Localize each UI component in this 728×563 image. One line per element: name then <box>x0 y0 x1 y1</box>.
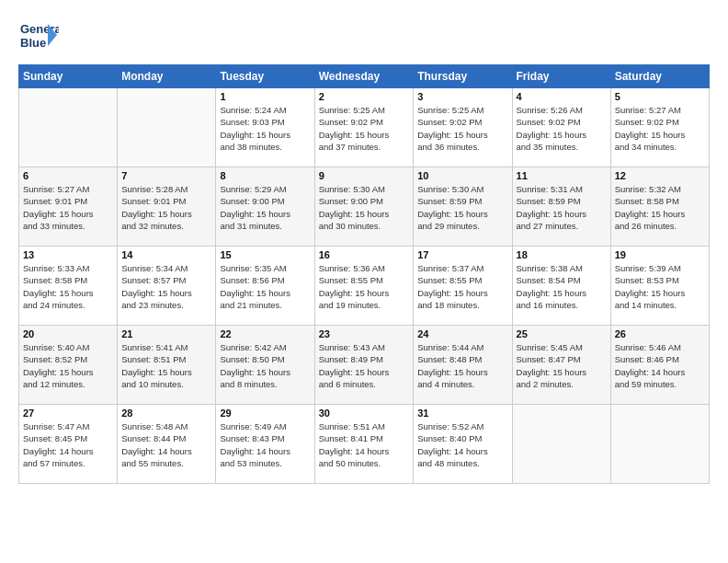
day-number: 16 <box>319 249 410 260</box>
day-number: 3 <box>417 91 507 102</box>
day-info: Sunrise: 5:25 AMSunset: 9:02 PMDaylight:… <box>319 104 410 153</box>
day-number: 13 <box>23 249 113 260</box>
day-number: 5 <box>615 91 705 102</box>
calendar-cell: 13Sunrise: 5:33 AMSunset: 8:58 PMDayligh… <box>19 247 118 326</box>
day-number: 24 <box>417 328 507 339</box>
calendar-table: SundayMondayTuesdayWednesdayThursdayFrid… <box>18 64 710 484</box>
calendar-cell: 30Sunrise: 5:51 AMSunset: 8:41 PMDayligh… <box>314 405 414 484</box>
day-number: 22 <box>220 328 310 339</box>
calendar-cell: 11Sunrise: 5:31 AMSunset: 8:59 PMDayligh… <box>512 167 610 247</box>
calendar-week-row: 13Sunrise: 5:33 AMSunset: 8:58 PMDayligh… <box>19 247 710 326</box>
day-number: 23 <box>319 328 410 339</box>
calendar-cell: 1Sunrise: 5:24 AMSunset: 9:03 PMDaylight… <box>216 88 314 167</box>
calendar-cell: 15Sunrise: 5:35 AMSunset: 8:56 PMDayligh… <box>216 247 314 326</box>
day-info: Sunrise: 5:34 AMSunset: 8:57 PMDaylight:… <box>121 262 211 311</box>
day-info: Sunrise: 5:31 AMSunset: 8:59 PMDaylight:… <box>517 183 607 232</box>
day-info: Sunrise: 5:30 AMSunset: 9:00 PMDaylight:… <box>319 183 410 232</box>
calendar-cell: 16Sunrise: 5:36 AMSunset: 8:55 PMDayligh… <box>314 247 414 326</box>
day-number: 18 <box>517 249 607 260</box>
calendar-cell: 5Sunrise: 5:27 AMSunset: 9:02 PMDaylight… <box>610 88 709 167</box>
day-info: Sunrise: 5:26 AMSunset: 9:02 PMDaylight:… <box>517 104 607 153</box>
calendar-cell: 20Sunrise: 5:40 AMSunset: 8:52 PMDayligh… <box>19 326 118 405</box>
day-number: 25 <box>517 328 607 339</box>
calendar-cell <box>610 405 709 484</box>
calendar-cell: 22Sunrise: 5:42 AMSunset: 8:50 PMDayligh… <box>216 326 314 405</box>
logo: General Blue <box>18 15 59 55</box>
day-info: Sunrise: 5:43 AMSunset: 8:49 PMDaylight:… <box>319 341 410 390</box>
calendar-cell: 4Sunrise: 5:26 AMSunset: 9:02 PMDaylight… <box>512 88 610 167</box>
day-info: Sunrise: 5:39 AMSunset: 8:53 PMDaylight:… <box>615 262 705 311</box>
day-info: Sunrise: 5:52 AMSunset: 8:40 PMDaylight:… <box>417 420 507 469</box>
calendar-cell: 3Sunrise: 5:25 AMSunset: 9:02 PMDaylight… <box>414 88 512 167</box>
calendar-cell <box>512 405 610 484</box>
day-number: 6 <box>23 170 113 181</box>
day-info: Sunrise: 5:29 AMSunset: 9:00 PMDaylight:… <box>220 183 310 232</box>
day-number: 15 <box>220 249 310 260</box>
calendar-cell: 27Sunrise: 5:47 AMSunset: 8:45 PMDayligh… <box>19 405 118 484</box>
calendar-cell: 19Sunrise: 5:39 AMSunset: 8:53 PMDayligh… <box>610 247 709 326</box>
calendar-cell <box>118 88 216 167</box>
day-info: Sunrise: 5:37 AMSunset: 8:55 PMDaylight:… <box>417 262 507 311</box>
calendar-cell: 23Sunrise: 5:43 AMSunset: 8:49 PMDayligh… <box>314 326 414 405</box>
weekday-header: Wednesday <box>314 65 414 88</box>
day-info: Sunrise: 5:44 AMSunset: 8:48 PMDaylight:… <box>417 341 507 390</box>
calendar-week-row: 6Sunrise: 5:27 AMSunset: 9:01 PMDaylight… <box>19 167 710 247</box>
calendar-cell: 28Sunrise: 5:48 AMSunset: 8:44 PMDayligh… <box>118 405 216 484</box>
calendar-week-row: 20Sunrise: 5:40 AMSunset: 8:52 PMDayligh… <box>19 326 710 405</box>
day-number: 1 <box>220 91 310 102</box>
weekday-header: Tuesday <box>216 65 314 88</box>
day-number: 12 <box>615 170 705 181</box>
day-info: Sunrise: 5:27 AMSunset: 9:01 PMDaylight:… <box>23 183 113 232</box>
day-info: Sunrise: 5:42 AMSunset: 8:50 PMDaylight:… <box>220 341 310 390</box>
calendar-cell <box>19 88 118 167</box>
calendar-cell: 12Sunrise: 5:32 AMSunset: 8:58 PMDayligh… <box>610 167 709 247</box>
day-number: 30 <box>319 408 410 419</box>
day-number: 14 <box>121 249 211 260</box>
calendar-cell: 6Sunrise: 5:27 AMSunset: 9:01 PMDaylight… <box>19 167 118 247</box>
calendar-cell: 10Sunrise: 5:30 AMSunset: 8:59 PMDayligh… <box>414 167 512 247</box>
day-number: 26 <box>615 328 705 339</box>
day-number: 9 <box>319 170 410 181</box>
day-info: Sunrise: 5:48 AMSunset: 8:44 PMDaylight:… <box>121 420 211 469</box>
calendar-cell: 25Sunrise: 5:45 AMSunset: 8:47 PMDayligh… <box>512 326 610 405</box>
calendar-cell: 7Sunrise: 5:28 AMSunset: 9:01 PMDaylight… <box>118 167 216 247</box>
calendar-cell: 31Sunrise: 5:52 AMSunset: 8:40 PMDayligh… <box>414 405 512 484</box>
day-info: Sunrise: 5:47 AMSunset: 8:45 PMDaylight:… <box>23 420 113 469</box>
day-number: 17 <box>417 249 507 260</box>
day-info: Sunrise: 5:46 AMSunset: 8:46 PMDaylight:… <box>615 341 705 390</box>
weekday-header: Friday <box>512 65 610 88</box>
weekday-header: Thursday <box>414 65 512 88</box>
day-info: Sunrise: 5:33 AMSunset: 8:58 PMDaylight:… <box>23 262 113 311</box>
day-info: Sunrise: 5:32 AMSunset: 8:58 PMDaylight:… <box>615 183 705 232</box>
day-number: 27 <box>23 408 113 419</box>
page-header: General Blue <box>18 15 710 55</box>
day-number: 10 <box>417 170 507 181</box>
day-info: Sunrise: 5:40 AMSunset: 8:52 PMDaylight:… <box>23 341 113 390</box>
calendar-cell: 8Sunrise: 5:29 AMSunset: 9:00 PMDaylight… <box>216 167 314 247</box>
day-number: 7 <box>121 170 211 181</box>
svg-text:Blue: Blue <box>20 36 46 50</box>
weekday-header: Monday <box>118 65 216 88</box>
day-number: 31 <box>417 408 507 419</box>
day-info: Sunrise: 5:30 AMSunset: 8:59 PMDaylight:… <box>417 183 507 232</box>
weekday-header: Saturday <box>610 65 709 88</box>
day-info: Sunrise: 5:27 AMSunset: 9:02 PMDaylight:… <box>615 104 705 153</box>
calendar-cell: 21Sunrise: 5:41 AMSunset: 8:51 PMDayligh… <box>118 326 216 405</box>
day-number: 29 <box>220 408 310 419</box>
day-number: 4 <box>517 91 607 102</box>
logo-svg: General Blue <box>18 15 59 55</box>
day-info: Sunrise: 5:24 AMSunset: 9:03 PMDaylight:… <box>220 104 310 153</box>
day-info: Sunrise: 5:41 AMSunset: 8:51 PMDaylight:… <box>121 341 211 390</box>
calendar-cell: 29Sunrise: 5:49 AMSunset: 8:43 PMDayligh… <box>216 405 314 484</box>
calendar-cell: 24Sunrise: 5:44 AMSunset: 8:48 PMDayligh… <box>414 326 512 405</box>
day-info: Sunrise: 5:35 AMSunset: 8:56 PMDaylight:… <box>220 262 310 311</box>
calendar-cell: 9Sunrise: 5:30 AMSunset: 9:00 PMDaylight… <box>314 167 414 247</box>
calendar-cell: 18Sunrise: 5:38 AMSunset: 8:54 PMDayligh… <box>512 247 610 326</box>
day-info: Sunrise: 5:49 AMSunset: 8:43 PMDaylight:… <box>220 420 310 469</box>
day-info: Sunrise: 5:51 AMSunset: 8:41 PMDaylight:… <box>319 420 410 469</box>
day-number: 8 <box>220 170 310 181</box>
day-info: Sunrise: 5:45 AMSunset: 8:47 PMDaylight:… <box>517 341 607 390</box>
day-info: Sunrise: 5:38 AMSunset: 8:54 PMDaylight:… <box>517 262 607 311</box>
calendar-cell: 14Sunrise: 5:34 AMSunset: 8:57 PMDayligh… <box>118 247 216 326</box>
weekday-header: Sunday <box>19 65 118 88</box>
